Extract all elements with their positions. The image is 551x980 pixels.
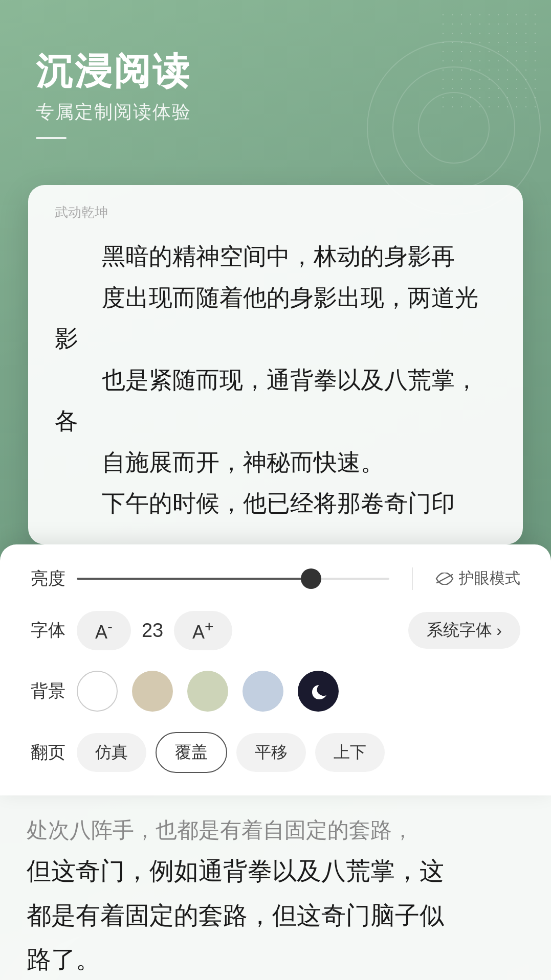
eye-mode-button[interactable]: 护眼模式	[425, 568, 520, 589]
eye-icon	[435, 573, 454, 585]
eye-mode-label: 护眼模式	[459, 568, 520, 589]
flip-cover-button[interactable]: 覆盖	[156, 732, 227, 773]
page-subtitle: 专属定制阅读体验	[36, 100, 515, 125]
bg-dark-button[interactable]	[298, 671, 339, 712]
settings-panel: 亮度 护眼模式 字体 A- 23 A+ 系统字体 › 背景	[0, 544, 551, 795]
flip-updown-button[interactable]: 上下	[315, 733, 385, 772]
font-label: 字体	[31, 619, 77, 642]
chevron-right-icon: ›	[496, 621, 502, 640]
book-text-line4: 自施展而开，神秘而快速。	[55, 442, 496, 483]
moon-icon	[308, 681, 328, 701]
font-increase-button[interactable]: A+	[174, 611, 232, 650]
bottom-line4: 路了。	[27, 938, 524, 980]
bg-lightgreen-button[interactable]	[187, 671, 228, 712]
flip-options: 仿真 覆盖 平移 上下	[77, 732, 520, 773]
brightness-slider[interactable]	[77, 578, 389, 580]
bg-options	[77, 671, 520, 712]
book-title: 武动乾坤	[55, 203, 496, 221]
flip-simulation-button[interactable]: 仿真	[77, 733, 146, 772]
brightness-label: 亮度	[31, 567, 77, 590]
font-controls: A- 23 A+ 系统字体 ›	[77, 611, 520, 650]
flip-slide-button[interactable]: 平移	[236, 733, 306, 772]
book-content: 黑暗的精神空间中，林动的身影再 度出现而随着他的身影出现，两道光影 也是紧随而现…	[55, 236, 496, 524]
bottom-line1: 处次八阵手，也都是有着自固定的套路，	[27, 811, 524, 850]
header-divider	[36, 137, 67, 139]
bg-beige-button[interactable]	[132, 671, 173, 712]
font-size-display: 23	[137, 620, 168, 642]
bg-white-button[interactable]	[77, 671, 118, 712]
bg-row: 背景	[31, 671, 520, 712]
brightness-row: 亮度 护眼模式	[31, 567, 520, 590]
bottom-line2: 但这奇门，例如通背拳以及八荒掌，这	[27, 849, 524, 893]
book-text-line5: 下午的时候，他已经将那卷奇门印	[55, 483, 496, 524]
font-row: 字体 A- 23 A+ 系统字体 ›	[31, 611, 520, 650]
page-title: 沉浸阅读	[36, 51, 515, 92]
flip-row: 翻页 仿真 覆盖 平移 上下	[31, 732, 520, 773]
book-text-line1: 黑暗的精神空间中，林动的身影再	[55, 236, 496, 277]
book-text-line2: 度出现而随着他的身影出现，两道光影	[55, 277, 496, 359]
book-card: 武动乾坤 黑暗的精神空间中，林动的身影再 度出现而随着他的身影出现，两道光影 也…	[28, 185, 523, 544]
book-text-line3: 也是紧随而现，通背拳以及八荒掌，各	[55, 359, 496, 442]
bottom-book-content: 处次八阵手，也都是有着自固定的套路， 但这奇门，例如通背拳以及八荒掌，这 都是有…	[0, 795, 551, 980]
bg-lightblue-button[interactable]	[243, 671, 283, 712]
header-area: 沉浸阅读 专属定制阅读体验	[0, 0, 551, 159]
font-family-button[interactable]: 系统字体 ›	[408, 612, 520, 649]
font-family-label: 系统字体	[427, 619, 492, 642]
divider	[412, 567, 413, 590]
flip-label: 翻页	[31, 741, 77, 764]
font-decrease-button[interactable]: A-	[77, 611, 131, 650]
bg-label: 背景	[31, 679, 77, 703]
bottom-line3: 都是有着固定的套路，但这奇门脑子似	[27, 894, 524, 938]
